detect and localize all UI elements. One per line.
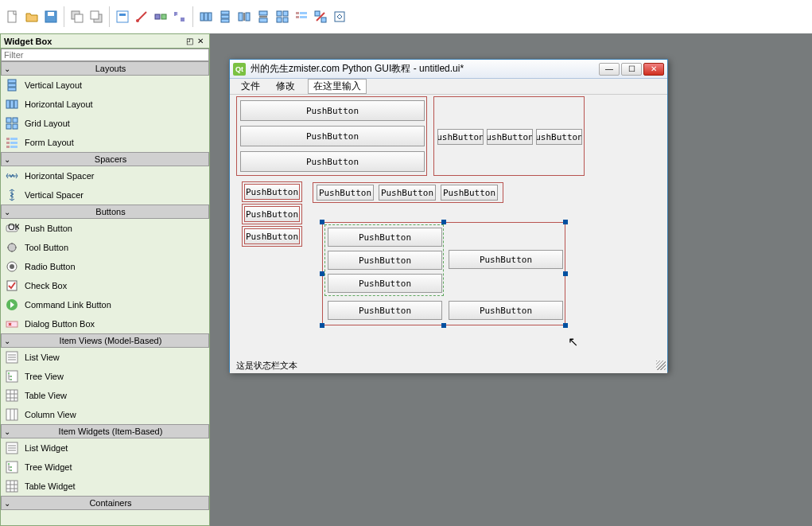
category-item-views[interactable]: ⌄Item Views (Model-Based) — [1, 333, 209, 348]
svg-rect-50 — [10, 138, 17, 140]
push-button[interactable]: PushButton — [328, 251, 442, 270]
resize-grip-icon[interactable] — [656, 360, 666, 370]
push-button[interactable]: PushButton — [317, 185, 374, 201]
bring-front-icon[interactable] — [87, 7, 106, 26]
layout-form-icon[interactable] — [292, 7, 311, 26]
selection-handle[interactable] — [563, 323, 568, 328]
widget-dialog-button-box[interactable]: Dialog Button Box — [1, 314, 209, 333]
open-file-icon[interactable] — [22, 7, 41, 26]
widget-grid-layout[interactable]: Grid Layout — [1, 114, 209, 133]
widget-tree-widget[interactable]: Tree Widget — [1, 458, 209, 477]
selection-handle[interactable] — [320, 220, 324, 224]
design-window[interactable]: Qt 州的先生zmister.com Python GUI教程 - untitl… — [229, 59, 668, 372]
nested-vbox[interactable]: PushButton PushButton PushButton — [324, 224, 444, 296]
selection-handle[interactable] — [441, 220, 446, 224]
push-button[interactable]: PushButton — [379, 185, 436, 201]
push-button[interactable]: ushButton — [487, 129, 533, 145]
category-spacers[interactable]: ⌄Spacers — [1, 152, 209, 166]
menu-type-here[interactable]: 在这里输入 — [308, 79, 367, 94]
category-item-widgets[interactable]: ⌄Item Widgets (Item-Based) — [1, 424, 209, 438]
widget-list-view[interactable]: List View — [1, 348, 209, 367]
push-button[interactable]: PushButton — [449, 301, 563, 320]
push-button[interactable]: PushButton — [328, 274, 442, 293]
widget-horizontal-spacer[interactable]: Horizontal Spacer — [1, 166, 209, 185]
menu-edit[interactable]: 修改 — [273, 80, 298, 93]
widget-push-button[interactable]: OKPush Button — [1, 219, 209, 238]
widget-vertical-spacer[interactable]: Vertical Spacer — [1, 185, 209, 205]
selection-handle[interactable] — [563, 271, 568, 276]
edit-widgets-icon[interactable] — [113, 7, 132, 26]
adjust-size-icon[interactable] — [330, 7, 349, 26]
filter-input[interactable] — [1, 49, 209, 61]
grid-layout-selected[interactable]: PushButton PushButton PushButton PushBut… — [322, 222, 565, 325]
push-button[interactable]: PushButton — [328, 301, 442, 320]
push-button[interactable]: ushButton — [437, 129, 484, 145]
layout-hbox-icon[interactable] — [196, 7, 216, 26]
push-button[interactable]: PushButton — [240, 100, 425, 121]
layout-hsplit-icon[interactable] — [235, 7, 254, 26]
widget-column-view[interactable]: Column View — [1, 405, 209, 424]
category-buttons[interactable]: ⌄Buttons — [1, 205, 209, 219]
layout-vsplit-icon[interactable] — [254, 7, 273, 26]
break-layout-icon[interactable] — [311, 7, 330, 26]
maximize-button[interactable]: ☐ — [621, 63, 642, 76]
vbox-layout-1[interactable]: PushButton PushButton PushButton — [236, 96, 427, 176]
selection-handle[interactable] — [441, 323, 446, 328]
push-button[interactable]: PushButton — [244, 206, 300, 222]
push-button[interactable]: PushButton — [328, 228, 442, 247]
main-toolbar: 12 — [0, 0, 812, 33]
svg-rect-41 — [8, 88, 16, 91]
widget-table-widget[interactable]: Table Widget — [1, 477, 209, 496]
push-button[interactable]: PushButton — [244, 228, 300, 244]
widget-vertical-layout[interactable]: Vertical Layout — [1, 76, 209, 95]
column-view-icon — [4, 407, 20, 423]
widget-form-layout[interactable]: Form Layout — [1, 133, 209, 152]
menu-file[interactable]: 文件 — [238, 80, 263, 93]
edit-buddies-icon[interactable] — [151, 7, 170, 26]
category-containers[interactable]: ⌄Containers — [1, 496, 209, 510]
widget-tool-button[interactable]: Tool Button — [1, 238, 209, 257]
selection-handle[interactable] — [320, 323, 324, 328]
push-button[interactable]: ushButton — [536, 129, 582, 145]
vbox-layout-2[interactable]: PushButton PushButton PushButton — [244, 184, 301, 244]
selection-handle[interactable] — [563, 220, 568, 224]
push-button[interactable]: PushButton — [240, 151, 425, 172]
layout-grid-icon[interactable] — [273, 7, 292, 26]
widget-horizontal-layout[interactable]: Horizontal Layout — [1, 95, 209, 114]
new-file-icon[interactable] — [3, 7, 22, 26]
selection-handle[interactable] — [320, 271, 324, 276]
layout-vbox-icon[interactable] — [216, 7, 235, 26]
edit-taborder-icon[interactable]: 12 — [170, 7, 189, 26]
chevron-down-icon: ⌄ — [2, 337, 13, 345]
push-button[interactable]: PushButton — [244, 184, 300, 200]
category-layouts[interactable]: ⌄Layouts — [1, 61, 209, 76]
widget-command-link-button[interactable]: Command Link Button — [1, 295, 209, 314]
design-canvas[interactable]: Qt 州的先生zmister.com Python GUI教程 - untitl… — [210, 33, 812, 526]
push-button[interactable]: PushButton — [441, 185, 498, 201]
widget-check-box[interactable]: Check Box — [1, 276, 209, 295]
edit-signals-icon[interactable] — [132, 7, 151, 26]
hbox-layout-2[interactable]: PushButton PushButton PushButton — [313, 182, 503, 203]
design-statusbar: 这是状态栏文本 — [230, 357, 667, 373]
close-panel-icon[interactable]: ✕ — [195, 36, 206, 47]
widget-tree-view[interactable]: Tree View — [1, 367, 209, 386]
hbox-layout-1[interactable]: ushButton ushButton ushButton — [433, 96, 585, 176]
chevron-down-icon: ⌄ — [2, 208, 13, 216]
save-file-icon[interactable] — [41, 7, 60, 26]
horizontal-layout-icon — [4, 96, 20, 112]
svg-rect-36 — [321, 18, 326, 22]
push-button[interactable]: PushButton — [449, 250, 563, 269]
send-back-icon[interactable] — [68, 7, 87, 26]
float-panel-icon[interactable]: ◰ — [184, 36, 195, 47]
push-button[interactable]: PushButton — [240, 126, 425, 146]
svg-rect-32 — [300, 12, 307, 14]
svg-rect-44 — [14, 100, 17, 108]
widget-table-view[interactable]: Table View — [1, 386, 209, 405]
close-button[interactable]: ✕ — [643, 63, 664, 76]
widget-radio-button[interactable]: Radio Button — [1, 257, 209, 276]
widget-tree[interactable]: ⌄Layouts Vertical Layout Horizontal Layo… — [1, 61, 209, 520]
check-box-icon — [4, 278, 20, 294]
form-body[interactable]: PushButton PushButton PushButton ushButt… — [230, 95, 667, 357]
minimize-button[interactable]: — — [599, 63, 620, 76]
widget-list-widget[interactable]: List Widget — [1, 438, 209, 458]
